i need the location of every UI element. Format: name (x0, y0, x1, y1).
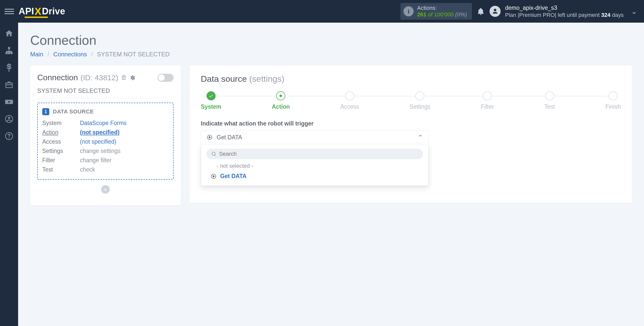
chevron-down-icon[interactable]: ⌄ (631, 7, 637, 16)
action-selected-text: Get DATA (217, 134, 242, 141)
brand-logo[interactable]: API X Drive (19, 6, 65, 17)
chevron-up-icon: ⌃ (418, 134, 423, 141)
action-search[interactable] (207, 149, 423, 159)
top-bar: API X Drive i Actions: 261 of 100'000 (0… (0, 0, 644, 23)
main-content: Connection Main / Connections / SYSTEM N… (18, 23, 644, 326)
briefcase-icon[interactable] (5, 80, 13, 89)
step-system[interactable]: System (201, 91, 221, 110)
connection-subtitle: SYSTEM NOT SELECTED (37, 87, 174, 98)
page-title: Connection (30, 33, 632, 48)
crumb-current: SYSTEM NOT SELECTED (97, 51, 170, 58)
svg-point-6 (212, 152, 215, 155)
menu-toggle-icon[interactable] (5, 7, 14, 16)
row-access-label: Access (42, 138, 80, 145)
step-settings[interactable]: Settings (410, 91, 430, 110)
action-select-head[interactable]: Get DATA ⌃ (201, 130, 428, 144)
option-not-selected[interactable]: - not selected - (207, 159, 423, 170)
action-prompt: Indicate what action the robot will trig… (201, 120, 621, 127)
row-filter-label: Filter (42, 157, 80, 164)
row-action-label: Action (42, 129, 80, 136)
notifications-icon[interactable] (476, 7, 485, 16)
data-source-badge: 1 (42, 108, 49, 115)
actions-counter[interactable]: i Actions: 261 of 100'000 (0%) (400, 3, 472, 20)
gear-icon[interactable] (129, 75, 135, 81)
step-action[interactable]: Action (272, 91, 290, 110)
action-dropdown: - not selected - Get DATA (201, 144, 428, 186)
row-action-value[interactable]: (not specified) (80, 129, 169, 136)
crumb-main[interactable]: Main (30, 51, 43, 58)
user-name: demo_apix-drive_s3 (505, 4, 624, 12)
connection-card: Connection (ID: 43812) SYSTEM NOT SELECT… (30, 65, 181, 205)
actions-label: Actions: (417, 5, 467, 11)
actions-values: 261 of 100'000 (0%) (417, 11, 467, 18)
step-access[interactable]: Access (340, 91, 359, 110)
panel-title: Data source (settings) (201, 74, 621, 84)
breadcrumb: Main / Connections / SYSTEM NOT SELECTED (30, 51, 632, 58)
connection-toggle[interactable] (157, 74, 174, 82)
row-test-label: Test (42, 166, 80, 173)
row-test-value[interactable]: check (80, 166, 169, 173)
step-finish[interactable]: Finish (606, 91, 621, 110)
user-block[interactable]: demo_apix-drive_s3 Plan |Premium PRO| le… (505, 4, 624, 18)
row-access-value[interactable]: (not specified) (80, 138, 169, 145)
row-system-label: System (42, 120, 80, 127)
step-test[interactable]: Test (544, 91, 555, 110)
connection-id: (ID: 43812) (80, 73, 118, 82)
user-plan: Plan |Premium PRO| left until payment 32… (505, 12, 624, 19)
action-search-input[interactable] (219, 151, 418, 157)
step-filter[interactable]: Filter (481, 91, 494, 110)
stepper: System Action Access Settings Filter Tes… (201, 91, 621, 110)
youtube-icon[interactable] (5, 98, 13, 106)
row-settings-value[interactable]: change settings (80, 148, 169, 154)
option-get-data[interactable]: Get DATA (207, 170, 423, 181)
row-filter-value[interactable]: change filter (80, 157, 169, 164)
side-rail (0, 23, 18, 326)
avatar-icon[interactable] (490, 6, 501, 17)
search-icon (211, 151, 217, 157)
row-system-value[interactable]: DataScope Forms (80, 120, 169, 127)
user-circle-icon[interactable] (5, 115, 13, 123)
dollar-icon[interactable] (5, 63, 13, 72)
data-source-block: 1 DATA SOURCE System DataScope Forms Act… (37, 103, 174, 180)
row-settings-label: Settings (42, 148, 80, 154)
help-icon[interactable] (5, 132, 13, 140)
home-icon[interactable] (5, 29, 13, 38)
copy-icon[interactable] (121, 75, 127, 81)
info-icon: i (404, 6, 414, 16)
data-source-title: DATA SOURCE (53, 108, 94, 115)
svg-point-1 (8, 117, 10, 119)
crumb-connections[interactable]: Connections (53, 51, 87, 58)
sitemap-icon[interactable] (5, 46, 13, 55)
svg-point-3 (9, 137, 10, 138)
data-source-settings-card: Data source (settings) System Action Acc… (190, 65, 632, 203)
play-circle-icon (211, 173, 217, 179)
action-select[interactable]: Get DATA ⌃ - not selected - Get DATA (201, 130, 429, 186)
play-circle-icon (207, 134, 213, 140)
connection-heading: Connection (37, 73, 78, 82)
add-destination-button[interactable]: + (101, 185, 110, 194)
